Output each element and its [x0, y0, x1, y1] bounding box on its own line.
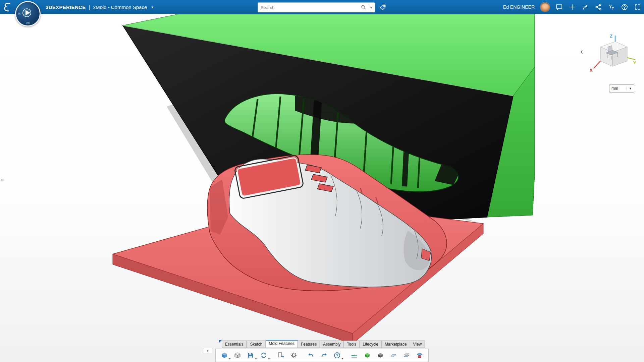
- surface-icon: [390, 352, 397, 359]
- action-bar-tabs: Essentials Sketch Mold Features Features…: [219, 340, 425, 348]
- tool-button-mold-base[interactable]: [414, 350, 426, 361]
- brand-label: 3DEXPERIENCE: [46, 4, 86, 10]
- tool-button-box[interactable]: [231, 350, 244, 361]
- tool-button-core-block[interactable]: [374, 350, 386, 361]
- compass-widget[interactable]: 3D V.R: [15, 1, 41, 26]
- tab-view[interactable]: View: [410, 341, 425, 348]
- tool-button-surface[interactable]: [387, 350, 399, 361]
- swym-icon[interactable]: [608, 3, 615, 11]
- tab-lifecycle[interactable]: Lifecycle: [360, 341, 382, 348]
- panel-back-chevron-icon[interactable]: ‹: [580, 47, 583, 56]
- action-bar-toolbar: ▾ ▾ ▾ ▾: [215, 349, 429, 362]
- sync-icon: [260, 352, 267, 359]
- plates-icon: [403, 352, 410, 359]
- left-panel-expand-icon[interactable]: »: [1, 177, 4, 182]
- search-options-caret-icon[interactable]: ▾: [370, 6, 375, 9]
- fullscreen-icon[interactable]: [634, 3, 641, 11]
- search-icon[interactable]: [361, 4, 367, 10]
- app-menu-caret-icon[interactable]: ▾: [151, 5, 153, 9]
- share-icon[interactable]: [582, 3, 589, 11]
- user-avatar[interactable]: [540, 2, 550, 12]
- compass-vr-label[interactable]: V.R: [26, 22, 30, 24]
- tab-marketplace[interactable]: Marketplace: [382, 341, 410, 348]
- tab-mold-features[interactable]: Mold Features: [266, 340, 298, 348]
- core-block-icon: [377, 352, 384, 359]
- mold-base-icon: [416, 352, 423, 359]
- tab-essentials[interactable]: Essentials: [222, 341, 247, 348]
- add-icon[interactable]: [569, 3, 576, 11]
- tool-button-plates[interactable]: [400, 350, 413, 361]
- chat-icon[interactable]: [555, 3, 563, 11]
- search-divider: [368, 4, 368, 10]
- user-name[interactable]: Ed ENGINEER: [503, 4, 535, 10]
- top-bar: 3DEXPERIENCE | xMold - Common Space ▾ ▾ …: [0, 0, 644, 14]
- axis-x-label: X: [590, 68, 593, 73]
- toolbar-help-icon: [333, 352, 341, 359]
- save-icon: [247, 352, 254, 359]
- brand-separator: |: [89, 4, 90, 10]
- tool-button-part[interactable]: ▾: [218, 350, 230, 361]
- box-icon: [234, 352, 241, 359]
- tool-button-settings[interactable]: [288, 350, 300, 361]
- dropdown-caret-icon[interactable]: ▾: [255, 358, 257, 360]
- tool-button-redo[interactable]: [318, 350, 330, 361]
- help-icon[interactable]: [621, 3, 628, 11]
- search-box: ▾: [258, 2, 375, 12]
- units-select[interactable]: mm ▼: [609, 84, 634, 93]
- tool-button-sync[interactable]: ▾: [258, 350, 270, 361]
- tab-tools[interactable]: Tools: [344, 341, 360, 348]
- tool-button-help[interactable]: ▾: [331, 350, 343, 361]
- tab-sketch[interactable]: Sketch: [247, 341, 266, 348]
- tab-features[interactable]: Features: [298, 341, 320, 348]
- part-icon: [221, 352, 228, 359]
- toolbar-collapse-button[interactable]: ▾: [203, 348, 212, 354]
- tool-button-parting-surface[interactable]: [348, 350, 360, 361]
- tool-button-save[interactable]: ▾: [245, 350, 257, 361]
- tab-fold-marker: [219, 340, 222, 343]
- parting-surface-icon: [351, 352, 358, 359]
- share-network-icon[interactable]: [595, 3, 602, 11]
- units-value: mm: [611, 86, 618, 91]
- cavity-block-icon: [364, 352, 371, 359]
- compass-3d-label[interactable]: 3D: [18, 12, 21, 15]
- export-icon: [277, 352, 284, 359]
- dropdown-caret-icon[interactable]: ▾: [229, 358, 230, 360]
- tool-button-undo[interactable]: [305, 350, 317, 361]
- axis-z-label: Z: [610, 34, 612, 39]
- 3ds-logo-icon[interactable]: [0, 0, 15, 14]
- tag-icon[interactable]: [379, 4, 386, 11]
- axis-y-label: Y: [633, 60, 636, 65]
- tool-button-cavity-block[interactable]: [361, 350, 373, 361]
- tool-button-export[interactable]: [275, 350, 287, 361]
- viewport-3d[interactable]: [0, 0, 644, 362]
- settings-gear-icon: [290, 352, 298, 359]
- tab-assembly[interactable]: Assembly: [320, 341, 344, 348]
- view-orientation-cube[interactable]: Z X Y: [584, 33, 638, 80]
- undo-icon: [307, 352, 315, 359]
- units-caret-icon[interactable]: ▼: [627, 87, 632, 90]
- search-input[interactable]: [258, 5, 361, 10]
- redo-icon: [320, 352, 328, 359]
- dropdown-caret-icon[interactable]: ▾: [268, 358, 270, 360]
- dropdown-caret-icon[interactable]: ▾: [342, 358, 343, 360]
- app-title[interactable]: xMold - Common Space: [93, 4, 147, 10]
